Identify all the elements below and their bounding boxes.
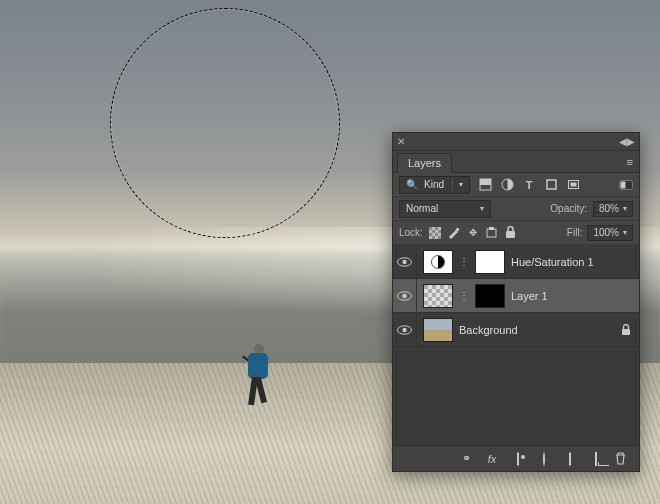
layer-filter-row: 🔍 Kind ▾ T (393, 173, 639, 197)
filter-pixel-icon[interactable] (478, 178, 492, 192)
filter-smart-icon[interactable] (566, 178, 580, 192)
svg-rect-10 (489, 227, 494, 230)
link-layers-icon[interactable]: ⚭ (459, 452, 473, 465)
filter-adjustment-icon[interactable] (500, 178, 514, 192)
chevron-down-icon: ▾ (459, 180, 463, 189)
panel-footer: ⚭ fx (393, 445, 639, 471)
svg-point-17 (402, 327, 406, 331)
lock-fill-row: Lock: ✥ Fill: 100% ▾ (393, 221, 639, 245)
svg-rect-5 (570, 183, 576, 187)
fill-input[interactable]: 100% ▾ (587, 225, 633, 241)
svg-rect-11 (506, 231, 515, 238)
new-layer-icon[interactable] (589, 453, 603, 465)
layer-thumbnail (423, 318, 453, 342)
svg-point-13 (402, 259, 406, 263)
visibility-toggle[interactable] (393, 313, 417, 346)
layer-name[interactable]: Background (459, 324, 615, 336)
lock-transparency-icon[interactable] (428, 226, 442, 240)
panel-header[interactable]: ✕ ◀▶ (393, 133, 639, 151)
photo-hiker (240, 344, 274, 410)
lock-icon (621, 324, 631, 336)
chevron-down-icon: ▾ (480, 204, 484, 213)
panel-tabs: Layers ≡ (393, 151, 639, 173)
svg-rect-18 (622, 329, 630, 335)
fx-icon[interactable]: fx (485, 453, 499, 465)
new-group-icon[interactable] (563, 453, 577, 465)
lock-position-icon[interactable]: ✥ (466, 226, 480, 240)
mask-thumbnail (475, 284, 505, 308)
filter-toggle-switch[interactable] (619, 178, 633, 192)
layers-panel: ✕ ◀▶ Layers ≡ 🔍 Kind ▾ T (392, 132, 640, 472)
filter-type-icon[interactable]: T (522, 178, 536, 192)
visibility-toggle[interactable] (393, 245, 417, 278)
close-icon[interactable]: ✕ (397, 136, 405, 147)
opacity-value: 80% (599, 203, 619, 214)
layer-thumbnail (423, 284, 453, 308)
filter-kind-select[interactable]: 🔍 Kind ▾ (399, 176, 470, 194)
svg-rect-9 (487, 229, 496, 237)
layer-row[interactable]: ⋮ Hue/Saturation 1 (393, 245, 639, 279)
svg-rect-7 (621, 181, 626, 188)
mask-thumbnail (475, 250, 505, 274)
panel-menu-icon[interactable]: ≡ (621, 156, 639, 172)
svg-rect-1 (480, 179, 491, 185)
collapse-icon[interactable]: ◀▶ (619, 136, 635, 147)
filter-shape-icon[interactable] (544, 178, 558, 192)
new-adjustment-icon[interactable] (537, 453, 551, 465)
fill-value: 100% (593, 227, 619, 238)
marquee-selection-circle[interactable] (110, 8, 340, 238)
opacity-input[interactable]: 80% ▾ (593, 201, 633, 217)
chevron-down-icon: ▾ (623, 228, 627, 237)
blend-opacity-row: Normal ▾ Opacity: 80% ▾ (393, 197, 639, 221)
mask-link-icon[interactable]: ⋮ (459, 256, 469, 267)
layer-name[interactable]: Hue/Saturation 1 (511, 256, 631, 268)
fill-label: Fill: (567, 227, 583, 238)
layer-row[interactable]: Background (393, 313, 639, 347)
svg-point-15 (402, 293, 406, 297)
search-icon: 🔍 (406, 179, 418, 190)
blend-mode-value: Normal (406, 203, 438, 214)
visibility-toggle[interactable] (393, 279, 417, 312)
filter-kind-label: Kind (424, 179, 444, 190)
chevron-down-icon: ▾ (623, 204, 627, 213)
adjustment-thumbnail (423, 250, 453, 274)
layer-row[interactable]: ⋮ Layer 1 (393, 279, 639, 313)
add-mask-icon[interactable] (511, 453, 525, 465)
lock-pixels-icon[interactable] (447, 226, 461, 240)
delete-layer-icon[interactable] (615, 452, 629, 465)
lock-label: Lock: (399, 227, 423, 238)
lock-artboard-icon[interactable] (485, 226, 499, 240)
svg-rect-3 (547, 180, 556, 189)
tab-layers[interactable]: Layers (397, 153, 452, 173)
opacity-label: Opacity: (550, 203, 587, 214)
lock-all-icon[interactable] (504, 226, 518, 240)
mask-link-icon[interactable]: ⋮ (459, 290, 469, 301)
layer-name[interactable]: Layer 1 (511, 290, 631, 302)
blend-mode-select[interactable]: Normal ▾ (399, 200, 491, 218)
layer-list: ⋮ Hue/Saturation 1 ⋮ Layer 1 Background (393, 245, 639, 445)
